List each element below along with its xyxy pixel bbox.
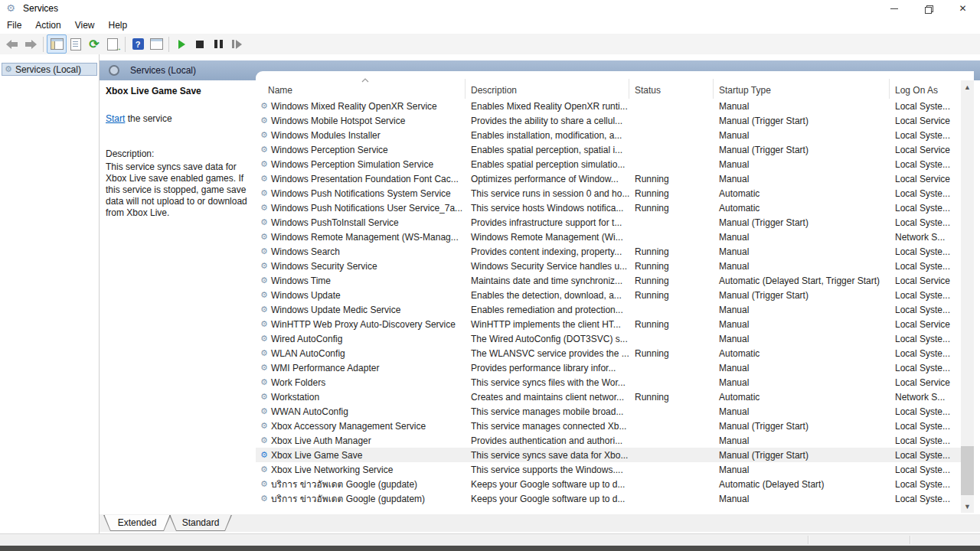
service-description-cell: The WLANSVC service provides the ...	[466, 348, 629, 359]
service-status-cell: Running	[629, 174, 714, 184]
service-row[interactable]: ⚙Windows Update Medic Service Enables re…	[256, 302, 974, 317]
service-row[interactable]: ⚙บริการ ข่าวอัพเดต Google (gupdatem) Kee…	[256, 491, 974, 506]
panel-gap	[100, 54, 980, 60]
close-button[interactable]: ✕	[946, 0, 980, 17]
scroll-up-button[interactable]: ▲	[961, 80, 974, 93]
scroll-down-button[interactable]: ▼	[961, 500, 974, 513]
service-row[interactable]: ⚙Windows Mixed Reality OpenXR Service En…	[256, 99, 974, 113]
tab-standard[interactable]: Standard	[169, 515, 232, 531]
service-name-cell: ⚙Windows Perception Service	[256, 145, 466, 155]
service-row[interactable]: ⚙Windows PushToInstall Service Provides …	[256, 215, 974, 230]
service-startup-type-cell: Manual	[714, 305, 890, 315]
service-row[interactable]: ⚙Windows Perception Service Enables spat…	[256, 142, 974, 157]
restore-icon	[925, 5, 932, 12]
start-service-link[interactable]: Start	[106, 113, 125, 124]
service-name-cell: ⚙Windows Remote Management (WS-Manag...	[256, 232, 466, 243]
service-gear-icon: ⚙	[259, 290, 270, 300]
service-row[interactable]: ⚙Windows Remote Management (WS-Manag... …	[256, 230, 974, 244]
view-tabs-row: Extended Standard	[100, 514, 980, 532]
tree-item-services-local[interactable]: ⚙ Services (Local)	[2, 63, 97, 76]
show-console-tree-button[interactable]	[47, 34, 67, 54]
window-title: Services	[23, 3, 58, 14]
service-name-cell: ⚙WLAN AutoConfig	[256, 348, 466, 359]
menu-view[interactable]: View	[68, 18, 102, 33]
title-bar: ⚙ Services ✕	[0, 0, 980, 17]
service-startup-type-cell: Automatic	[714, 188, 890, 199]
service-description-cell: Provides content indexing, property...	[466, 246, 629, 257]
service-row[interactable]: ⚙WWAN AutoConfig This service manages mo…	[256, 404, 974, 419]
service-row[interactable]: ⚙Windows Push Notifications System Servi…	[256, 186, 974, 201]
back-button[interactable]	[3, 35, 21, 53]
service-row[interactable]: ⚙Windows Push Notifications User Service…	[256, 201, 974, 215]
start-service-icon	[178, 40, 185, 49]
service-row[interactable]: ⚙Windows Time Maintains date and time sy…	[256, 273, 974, 288]
refresh-button[interactable]: ⟳	[85, 35, 103, 53]
service-row[interactable]: ⚙WinHTTP Web Proxy Auto-Discovery Servic…	[256, 317, 974, 331]
service-description: This service syncs save data for Xbox Li…	[106, 161, 250, 219]
back-icon	[6, 41, 18, 48]
column-header-log-on-as[interactable]: Log On As	[890, 79, 961, 99]
minimize-button[interactable]	[877, 0, 911, 17]
service-name-cell: ⚙Windows Perception Simulation Service	[256, 159, 466, 170]
service-row[interactable]: ⚙Xbox Live Auth Manager Provides authent…	[256, 433, 974, 448]
export-list-button[interactable]	[103, 35, 122, 53]
service-row[interactable]: ⚙Xbox Accessory Management Service This …	[256, 419, 974, 433]
forward-button[interactable]	[21, 35, 40, 53]
service-row[interactable]: ⚙Windows Search Provides content indexin…	[256, 244, 974, 259]
service-row[interactable]: ⚙Workstation Creates and maintains clien…	[256, 390, 974, 404]
service-row[interactable]: ⚙Xbox Live Networking Service This servi…	[256, 462, 974, 477]
service-name-cell: ⚙Xbox Live Networking Service	[256, 465, 466, 475]
service-row[interactable]: ⚙บริการ ข่าวอัพเดต Google (gupdate) Keep…	[256, 477, 974, 491]
service-row[interactable]: ⚙WMI Performance Adapter Provides perfor…	[256, 360, 974, 375]
column-header-description[interactable]: Description	[466, 79, 629, 99]
service-row[interactable]: ⚙Wired AutoConfig The Wired AutoConfig (…	[256, 331, 974, 346]
service-startup-type-cell: Automatic (Delayed Start, Trigger Start)	[714, 276, 890, 286]
service-row[interactable]: ⚙Xbox Live Game Save This service syncs …	[256, 448, 974, 462]
service-name-cell: ⚙WWAN AutoConfig	[256, 406, 466, 417]
service-name-cell: ⚙Windows Presentation Foundation Font Ca…	[256, 174, 466, 184]
column-header-status[interactable]: Status	[629, 79, 714, 99]
service-row[interactable]: ⚙Windows Modules Installer Enables insta…	[256, 128, 974, 142]
pause-service-button[interactable]	[209, 35, 227, 53]
extended-view-button[interactable]	[147, 35, 165, 53]
service-gear-icon: ⚙	[259, 406, 270, 416]
service-row[interactable]: ⚙Windows Update Enables the detection, d…	[256, 288, 974, 302]
stop-service-button[interactable]	[191, 35, 209, 53]
service-gear-icon: ⚙	[259, 392, 270, 402]
service-startup-type-cell: Manual (Trigger Start)	[714, 217, 890, 228]
service-row[interactable]: ⚙WLAN AutoConfig The WLANSVC service pro…	[256, 346, 974, 360]
properties-button[interactable]	[67, 35, 85, 53]
refresh-icon: ⟳	[89, 39, 99, 50]
restore-button[interactable]	[911, 0, 946, 17]
service-row[interactable]: ⚙Windows Perception Simulation Service E…	[256, 157, 974, 171]
service-name-cell: ⚙Windows PushToInstall Service	[256, 217, 466, 228]
service-row[interactable]: ⚙Windows Presentation Foundation Font Ca…	[256, 171, 974, 186]
close-icon: ✕	[959, 3, 966, 14]
service-gear-icon: ⚙	[259, 246, 270, 256]
start-service-button[interactable]	[172, 35, 191, 53]
help-icon: ?	[132, 38, 144, 50]
service-gear-icon: ⚙	[259, 421, 270, 431]
service-row[interactable]: ⚙Windows Mobile Hotspot Service Provides…	[256, 113, 974, 128]
menu-help[interactable]: Help	[102, 18, 135, 33]
service-row[interactable]: ⚙Windows Security Service Windows Securi…	[256, 259, 974, 273]
vertical-scrollbar[interactable]: ▲ ▼	[961, 80, 974, 513]
service-description-cell: This service runs in session 0 and ho...	[466, 188, 629, 199]
service-row[interactable]: ⚙Work Folders This service syncs files w…	[256, 375, 974, 390]
service-status-cell: Running	[629, 319, 714, 330]
column-header-name[interactable]: Name	[256, 79, 466, 99]
menu-action[interactable]: Action	[28, 18, 67, 33]
menu-file[interactable]: File	[0, 18, 28, 33]
column-header-startup-type[interactable]: Startup Type	[714, 79, 890, 99]
help-button[interactable]: ?	[129, 35, 147, 53]
service-name-cell: ⚙Windows Security Service	[256, 261, 466, 272]
service-action-rest: the service	[125, 113, 172, 124]
status-bar	[0, 533, 980, 546]
tab-extended[interactable]: Extended	[103, 515, 171, 531]
restart-service-button[interactable]	[227, 35, 246, 53]
scrollbar-thumb[interactable]	[961, 446, 974, 495]
service-gear-icon: ⚙	[259, 479, 270, 489]
service-description-cell: Keeps your Google software up to d...	[466, 479, 629, 490]
service-gear-icon: ⚙	[259, 261, 270, 271]
service-startup-type-cell: Manual	[714, 377, 890, 388]
